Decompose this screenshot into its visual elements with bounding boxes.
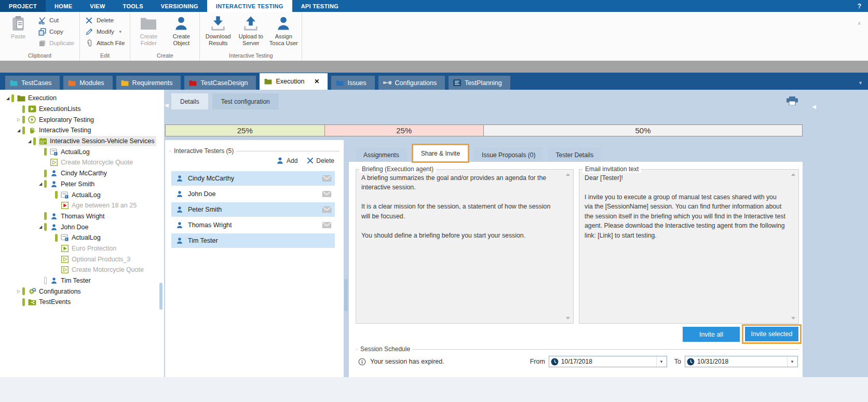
envelope-icon[interactable]	[322, 191, 331, 197]
tree-item-peter-smith[interactable]: ◢Peter Smith	[0, 179, 164, 190]
delete-tester-button[interactable]: Delete	[307, 157, 334, 164]
tree-expander-icon[interactable]: ▷	[15, 289, 22, 294]
tree-item-actuallog[interactable]: ActualLog	[0, 146, 164, 157]
workspace-tab-requirements[interactable]: Requirements	[116, 76, 181, 90]
invite-selected-button[interactable]: Invite selected	[745, 327, 798, 341]
tester-name: Peter Smith	[188, 206, 222, 213]
tree-item-configurations[interactable]: ▷Configurations	[0, 286, 164, 297]
workspace-tab-modules[interactable]: Modules	[63, 76, 112, 90]
cut-button[interactable]: Cut	[35, 15, 77, 26]
tree-scrollbar-thumb[interactable]	[159, 283, 162, 310]
tree-item-age-between-18-an-25[interactable]: Age between 18 an 25	[0, 200, 164, 211]
email-invitation-textarea[interactable]: Dear [Tester]! I invite you to execute a…	[579, 170, 798, 243]
person-icon	[176, 237, 183, 244]
tester-row-peter-smith[interactable]: Peter Smith	[171, 202, 335, 217]
tree-item-exploratory-testing[interactable]: ▷Exploratory Testing	[0, 114, 164, 125]
collapse-panel-left-icon[interactable]: ◀	[165, 102, 169, 108]
briefing-textarea[interactable]: A briefing summarizes the goal and/or pr…	[356, 170, 573, 243]
dropdown-arrow-icon[interactable]: ▼	[656, 356, 666, 367]
menu-item-api-testing[interactable]: API TESTING	[292, 0, 347, 12]
tree-item-optional-products-3[interactable]: Optional Products_3	[0, 254, 164, 265]
tab-overflow-icon[interactable]: ▼	[858, 80, 868, 90]
share-tab-assignments[interactable]: Assignments	[356, 147, 407, 163]
upload-to-server-button[interactable]: Upload to Server	[235, 13, 266, 47]
tab-test-configuration[interactable]: Test configuration	[212, 93, 279, 109]
envelope-icon[interactable]	[322, 206, 331, 213]
tree-item-executionlists[interactable]: ExecutionLists	[0, 104, 164, 115]
tree-item-john-doe[interactable]: ◢John Doe	[0, 221, 164, 232]
workspace-tab-configurations[interactable]: Configurations	[378, 76, 445, 90]
create-object-button[interactable]: Create Object	[166, 13, 197, 47]
tester-row-thomas-wright[interactable]: Thomas Wright	[171, 218, 335, 232]
hand-icon	[28, 126, 36, 134]
tree-item-thomas-wright[interactable]: Thomas Wright	[0, 211, 164, 222]
envelope-icon[interactable]	[322, 222, 331, 228]
tree-item-execution[interactable]: ◢Execution	[0, 93, 164, 104]
share-tab-share-invite[interactable]: Share & Invite	[412, 144, 469, 163]
tester-row-john-doe[interactable]: John Doe	[171, 187, 335, 201]
tree-expander-icon[interactable]: ◢	[37, 225, 44, 229]
ribbon-separator-strip	[0, 61, 868, 73]
scroll-up-icon[interactable]	[566, 173, 570, 176]
tree-item-tim-tester[interactable]: Tim Tester	[0, 275, 164, 286]
tree-item-testevents[interactable]: TestEvents	[0, 297, 164, 308]
from-date-picker[interactable]: 10/17/2018 ▼	[549, 356, 667, 367]
menu-item-view[interactable]: VIEW	[81, 0, 114, 12]
tree-item-actuallog[interactable]: ActualLog	[0, 232, 164, 243]
close-tab-icon[interactable]: ✕	[314, 78, 319, 85]
print-icon[interactable]	[786, 96, 798, 105]
ribbon-collapse-icon[interactable]: ˄	[858, 21, 861, 26]
envelope-icon[interactable]	[322, 175, 331, 182]
ribbon-group-body: PasteCutCopyDuplicate	[3, 13, 77, 52]
tree-item-euro-protection[interactable]: Euro Protection	[0, 243, 164, 254]
workspace-tab-label: Configurations	[395, 79, 437, 87]
tree-item-interactive-session-vehicle-services[interactable]: ◢Interactive Session-Vehicle Services	[0, 136, 164, 147]
delete-button[interactable]: Delete	[83, 15, 127, 26]
tree-item-create-motorcycle-quote[interactable]: Create Motorcycle Quote	[0, 157, 164, 168]
tree-item-label: Peter Smith	[61, 181, 94, 188]
workspace-tab-testplanning[interactable]: TestPlanning	[449, 76, 510, 90]
copy-button[interactable]: Copy	[35, 26, 77, 37]
tree-item-create-motorcycle-quote[interactable]: Create Motorcycle Quote	[0, 265, 164, 275]
invite-all-button[interactable]: Invite all	[683, 327, 740, 342]
scroll-down-icon[interactable]	[791, 317, 795, 320]
tree-expander-icon[interactable]: ◢	[4, 96, 11, 101]
workspace-tab-issues[interactable]: Issues	[331, 76, 374, 90]
add-tester-button[interactable]: Add	[276, 157, 297, 164]
menu-item-tools[interactable]: TOOLS	[114, 0, 152, 12]
menu-item-home[interactable]: HOME	[46, 0, 81, 12]
tester-row-cindy-mccarthy[interactable]: Cindy McCarthy	[171, 171, 335, 186]
tree-item-interactive-testing[interactable]: ◢Interactive Testing	[0, 125, 164, 136]
tree-expander-icon[interactable]: ◢	[26, 139, 33, 144]
workspace-tab-testcases[interactable]: TestCases	[5, 76, 60, 90]
collapse-panel-right-icon[interactable]: ◀	[812, 104, 816, 109]
dropdown-arrow-icon[interactable]: ▼	[787, 356, 797, 367]
tester-row-tim-tester[interactable]: Tim Tester	[171, 233, 335, 248]
tree-item-cindy-mccarthy[interactable]: Cindy McCarthy	[0, 168, 164, 179]
tree-expander-icon[interactable]: ◢	[15, 128, 22, 133]
assign-tosca-user-button[interactable]: Assign Tosca User	[268, 13, 299, 47]
attach-file-button[interactable]: Attach File	[83, 37, 127, 49]
share-invite-panel: Briefing (Execution agent) A briefing su…	[349, 162, 803, 377]
tab-details[interactable]: Details	[171, 93, 208, 109]
menu-item-interactive-testing[interactable]: INTERACTIVE TESTING	[207, 0, 292, 12]
menu-item-versioning[interactable]: VERSIONING	[152, 0, 207, 12]
tree-expander-icon[interactable]: ◢	[37, 182, 44, 186]
tree-expander-icon[interactable]: ▷	[15, 117, 22, 122]
share-tab-row: AssignmentsShare & InviteIssue Proposals…	[356, 144, 601, 163]
menu-item-project[interactable]: PROJECT	[0, 0, 46, 12]
share-tab-issue-proposals-0[interactable]: Issue Proposals (0)	[474, 147, 543, 163]
scroll-down-icon[interactable]	[566, 317, 570, 320]
dropdown-caret-icon[interactable]: ▼	[118, 30, 123, 34]
help-icon[interactable]: ?	[851, 0, 868, 12]
scroll-up-icon[interactable]	[791, 173, 795, 176]
workspace-tab-testcasedesign[interactable]: TestCaseDesign	[184, 76, 256, 90]
splitter-handle[interactable]	[344, 279, 348, 311]
modify-icon	[85, 28, 93, 35]
download-results-button[interactable]: Download Results	[202, 13, 234, 47]
share-tab-tester-details[interactable]: Tester Details	[548, 147, 601, 163]
workspace-tab-execution[interactable]: Execution✕	[260, 73, 328, 90]
to-date-picker[interactable]: 10/31/2018 ▼	[685, 356, 798, 367]
tree-item-actuallog[interactable]: ActualLog	[0, 189, 164, 200]
modify-button[interactable]: Modify▼	[83, 26, 127, 37]
